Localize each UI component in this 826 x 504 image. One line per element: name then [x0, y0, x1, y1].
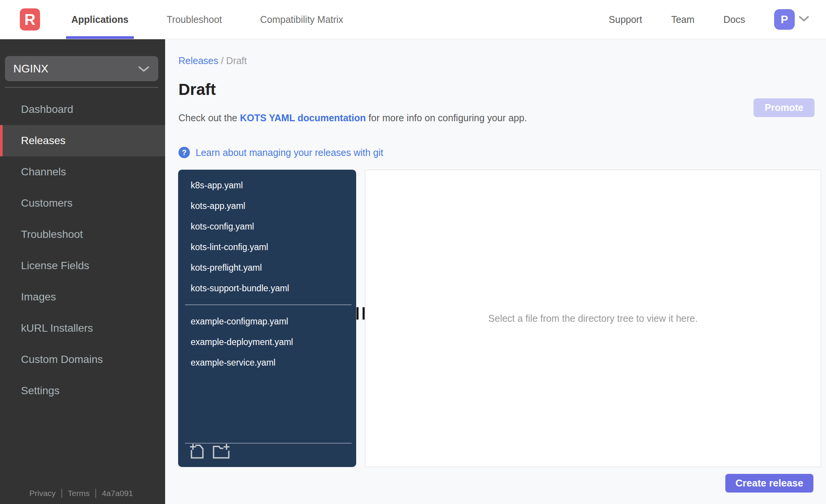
page-description: Check out the KOTS YAML documentation fo…: [178, 112, 527, 124]
file-item[interactable]: kots-preflight.yaml: [178, 257, 356, 278]
app-selector-dropdown[interactable]: NGINX: [5, 56, 158, 81]
breadcrumb: Releases / Draft: [178, 55, 247, 66]
file-tree-actions: [190, 443, 230, 459]
app-sidebar: NGINX Dashboard Releases Channels Custom…: [0, 39, 165, 504]
panel-resize-handle[interactable]: [357, 307, 365, 319]
terms-link[interactable]: Terms: [68, 489, 90, 498]
viewer-placeholder-text: Select a file from the directory tree to…: [489, 313, 698, 324]
team-link[interactable]: Team: [671, 14, 694, 25]
breadcrumb-releases-link[interactable]: Releases: [178, 55, 218, 66]
sidebar-item-images[interactable]: Images: [0, 281, 165, 313]
app-selector-value: NGINX: [13, 63, 48, 75]
sidebar-item-settings[interactable]: Settings: [0, 375, 165, 406]
sidebar-item-kurl-installers[interactable]: kURL Installers: [0, 313, 165, 344]
file-item[interactable]: k8s-app.yaml: [178, 175, 356, 196]
support-link[interactable]: Support: [609, 14, 642, 25]
primary-nav-tabs: Applications Troubleshoot Compatibility …: [66, 0, 349, 39]
file-item[interactable]: kots-config.yaml: [178, 216, 356, 237]
sidebar-item-custom-domains[interactable]: Custom Domains: [0, 344, 165, 375]
sidebar-footer: Privacy Terms 4a7a091: [29, 489, 133, 498]
main-content: Releases / Draft Draft Check out the KOT…: [165, 39, 826, 504]
kots-yaml-docs-link[interactable]: KOTS YAML documentation: [240, 112, 366, 123]
description-suffix: for more info on configuring your app.: [366, 112, 527, 123]
file-tree-examples-list: example-configmap.yaml example-deploymen…: [178, 311, 356, 373]
sidebar-divider: [5, 87, 158, 88]
file-tree-panel: k8s-app.yaml kots-app.yaml kots-config.y…: [178, 170, 356, 467]
footer-divider: [95, 489, 96, 498]
file-item[interactable]: kots-lint-config.yaml: [178, 237, 356, 257]
sidebar-item-license-fields[interactable]: License Fields: [0, 250, 165, 281]
topbar-right-links: Support Team Docs P: [609, 9, 809, 30]
new-folder-icon[interactable]: [212, 443, 230, 459]
promote-button[interactable]: Promote: [754, 98, 815, 117]
footer-divider: [61, 489, 62, 498]
create-release-button[interactable]: Create release: [725, 474, 813, 493]
file-viewer-panel: Select a file from the directory tree to…: [365, 170, 821, 467]
chevron-down-icon[interactable]: [799, 16, 809, 23]
sidebar-item-customers[interactable]: Customers: [0, 188, 165, 219]
file-tree-list: k8s-app.yaml kots-app.yaml kots-config.y…: [178, 170, 356, 299]
git-releases-help-link[interactable]: ? Learn about managing your releases wit…: [178, 147, 383, 158]
file-item[interactable]: kots-support-bundle.yaml: [178, 278, 356, 299]
app-root: R Applications Troubleshoot Compatibilit…: [0, 0, 826, 504]
file-item[interactable]: example-deployment.yaml: [178, 332, 356, 352]
sidebar-item-channels[interactable]: Channels: [0, 156, 165, 188]
top-navigation-bar: R Applications Troubleshoot Compatibilit…: [0, 0, 826, 39]
sidebar-item-dashboard[interactable]: Dashboard: [0, 94, 165, 125]
avatar[interactable]: P: [774, 9, 795, 30]
page-title: Draft: [178, 80, 216, 99]
chevron-down-icon: [138, 63, 150, 75]
description-prefix: Check out the: [178, 112, 240, 123]
breadcrumb-current: / Draft: [218, 55, 247, 66]
replicated-logo-icon[interactable]: R: [20, 8, 40, 30]
help-icon: ?: [178, 147, 190, 158]
file-item[interactable]: example-service.yaml: [178, 352, 356, 373]
drag-bar: [357, 307, 358, 319]
sidebar-item-troubleshoot[interactable]: Troubleshoot: [0, 219, 165, 250]
sidebar-item-releases[interactable]: Releases: [0, 125, 165, 156]
privacy-link[interactable]: Privacy: [29, 489, 56, 498]
drag-bar: [363, 307, 365, 319]
sidebar-nav: Dashboard Releases Channels Customers Tr…: [0, 94, 165, 406]
tab-applications[interactable]: Applications: [66, 0, 134, 39]
docs-link[interactable]: Docs: [723, 14, 745, 25]
git-releases-help-label: Learn about managing your releases with …: [196, 147, 383, 158]
build-hash: 4a7a091: [102, 489, 133, 498]
account-menu[interactable]: P: [774, 9, 809, 30]
file-tree-divider: [185, 305, 352, 305]
tab-compatibility-matrix[interactable]: Compatibility Matrix: [255, 0, 349, 39]
file-item[interactable]: kots-app.yaml: [178, 196, 356, 216]
tab-troubleshoot[interactable]: Troubleshoot: [161, 0, 227, 39]
file-item[interactable]: example-configmap.yaml: [178, 311, 356, 332]
new-file-icon[interactable]: [190, 443, 204, 459]
